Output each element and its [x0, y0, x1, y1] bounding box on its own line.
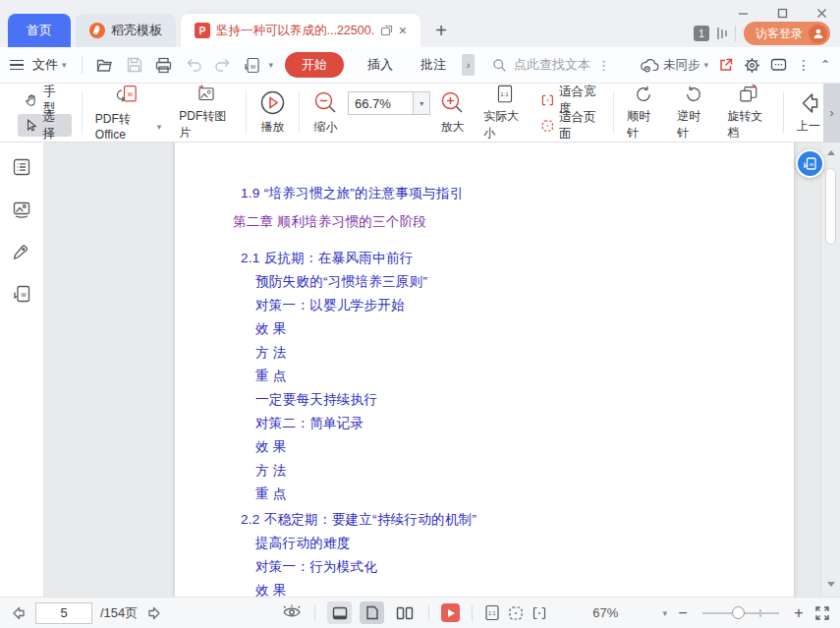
file-menu[interactable]: 文件 ▾ — [28, 52, 72, 78]
pdf-to-image-button[interactable]: PDF转图片 — [170, 84, 242, 142]
fullscreen-icon[interactable] — [814, 605, 830, 621]
task-list-icon[interactable] — [717, 28, 727, 39]
tab-home[interactable]: 首页 — [8, 14, 71, 47]
tab-close-icon[interactable]: × — [399, 23, 407, 38]
zoom-out-button[interactable]: 缩小 — [304, 84, 348, 142]
toc-line[interactable]: 效 果 — [175, 579, 794, 597]
zoom-dropdown-icon[interactable]: ▾ — [413, 92, 429, 114]
maximize-icon[interactable] — [769, 4, 795, 22]
more-options-icon[interactable]: ⋮ — [797, 57, 811, 73]
ribbon-tab-start[interactable]: 开始 — [285, 52, 344, 78]
minimize-icon[interactable] — [730, 4, 756, 22]
sync-status[interactable]: 未同步 ▾ — [641, 57, 708, 74]
page-number-input[interactable] — [35, 602, 92, 624]
scrollbar-thumb[interactable] — [825, 168, 836, 245]
play-button[interactable]: 播放 — [251, 84, 295, 142]
ribbon-expand-button[interactable]: › — [823, 84, 840, 143]
single-page-view-button[interactable] — [360, 601, 384, 624]
svg-text:w: w — [809, 161, 813, 167]
find-text-control[interactable]: 点此查找文本 ⋮ — [492, 56, 610, 74]
convert-float-button[interactable]: w — [796, 149, 824, 178]
open-file-icon[interactable] — [92, 52, 118, 78]
settings-gear-icon[interactable] — [744, 57, 760, 74]
zoom-minus-button[interactable]: − — [675, 604, 691, 622]
close-window-icon[interactable] — [809, 4, 834, 22]
popup-window-icon[interactable] — [380, 25, 393, 37]
export-to-word-icon[interactable]: w — [240, 52, 265, 78]
zoom-value-input[interactable] — [349, 92, 413, 114]
vertical-scrollbar[interactable] — [820, 143, 840, 597]
toc-line[interactable]: 重 点 — [175, 365, 794, 388]
pdf-to-office-button[interactable]: w PDF转Office▾ — [86, 84, 170, 142]
annotation-pen-icon[interactable] — [9, 239, 34, 264]
search-more-icon[interactable]: ⋮ — [597, 58, 610, 73]
zoom-in-button[interactable]: 放大 — [430, 84, 475, 142]
slider-knob[interactable] — [732, 606, 745, 619]
toc-line[interactable]: 对策二：简单记录 — [175, 412, 794, 435]
toc-line[interactable]: 2.1 反抗期：在暴风雨中前行 — [175, 247, 794, 270]
toc-line[interactable]: 预防失败的“习惯培养三原则” — [175, 270, 794, 294]
zoom-plus-button[interactable]: + — [791, 604, 807, 622]
toc-line[interactable]: 1.9 “培养习惯之旅”的注意事项与指引 — [175, 182, 794, 205]
play-triangle-icon — [448, 609, 455, 617]
eye-protect-icon[interactable] — [281, 604, 303, 621]
toc-line[interactable]: 一定要每天持续执行 — [175, 388, 794, 412]
toc-line[interactable]: 重 点 — [175, 483, 794, 506]
feedback-comment-icon[interactable] — [770, 58, 787, 73]
toc-line[interactable]: 效 果 — [175, 317, 794, 341]
rotate-counterclockwise-button[interactable]: 逆时针 — [668, 84, 718, 142]
play-icon — [259, 89, 286, 116]
print-icon[interactable] — [151, 52, 177, 78]
rotate-document-button[interactable]: 旋转文档 — [718, 84, 779, 142]
actual-size-button[interactable]: 1:1 实际大小 — [475, 84, 535, 142]
message-count-badge[interactable]: 1 — [694, 26, 709, 41]
zoom-presets-icon[interactable]: ▾ — [662, 608, 667, 618]
toc-line[interactable]: 对策一：行为模式化 — [175, 555, 794, 579]
export-word-panel-icon[interactable]: w — [9, 281, 34, 307]
guest-login-button[interactable]: 访客登录 — [744, 22, 830, 45]
actual-size-label: 实际大小 — [483, 108, 527, 142]
cloud-unsynced-icon — [641, 58, 659, 73]
fit-width-status-icon[interactable] — [532, 605, 547, 621]
next-page-icon[interactable] — [145, 605, 163, 621]
prev-page-icon[interactable] — [10, 605, 28, 621]
toc-line[interactable]: 方 法 — [175, 341, 794, 365]
actual-size-status-icon[interactable]: 1:1 — [484, 604, 500, 621]
zoom-slider[interactable] — [702, 606, 779, 620]
fit-page-status-icon[interactable] — [508, 605, 524, 621]
toc-line[interactable]: 2.2 不稳定期：要建立“持续行动的机制” — [175, 508, 794, 532]
share-icon[interactable] — [718, 57, 734, 73]
select-tool-button[interactable]: 选择 — [18, 114, 72, 137]
thumbnail-panel-icon[interactable] — [9, 197, 34, 222]
undo-icon[interactable] — [181, 52, 206, 78]
toc-line[interactable]: 提高行动的难度 — [175, 532, 794, 555]
fit-page-icon — [541, 119, 554, 133]
document-viewport[interactable]: 1.9 “培养习惯之旅”的注意事项与指引 第二章 顺利培养习惯的三个阶段 2.1… — [44, 143, 840, 597]
ribbon-tab-comment[interactable]: 批注 — [409, 52, 458, 78]
toc-line[interactable]: 对策一：以婴儿学步开始 — [175, 294, 794, 317]
save-icon[interactable] — [122, 52, 147, 78]
scroll-down-icon[interactable] — [827, 582, 835, 587]
new-tab-button[interactable]: + — [426, 16, 456, 45]
fit-width-button[interactable]: 适合宽度 — [541, 89, 603, 111]
tab-docer[interactable]: 稻壳模板 — [76, 14, 176, 47]
scroll-up-icon[interactable] — [827, 150, 835, 155]
zoom-combobox[interactable]: ▾ — [348, 91, 430, 115]
collapse-ribbon-icon[interactable]: ⌃ — [820, 58, 830, 72]
fit-page-button[interactable]: 适合页面 — [541, 115, 603, 137]
chevron-down-icon[interactable]: ▾ — [269, 60, 274, 70]
toc-line[interactable]: 方 法 — [175, 459, 794, 483]
titlebar: 首页 稻壳模板 P 坚持一种可以养成的...22500.pdf × + 1 — [0, 0, 840, 47]
hamburger-menu-icon[interactable] — [10, 60, 24, 71]
ribbon-tab-insert[interactable]: 插入 — [356, 52, 405, 78]
toc-line[interactable]: 效 果 — [175, 435, 794, 459]
more-tabs-button[interactable]: › — [462, 54, 475, 76]
redo-icon[interactable] — [210, 52, 236, 78]
presentation-play-button[interactable] — [441, 603, 460, 622]
rotate-clockwise-button[interactable]: 顺时针 — [618, 84, 668, 142]
tab-document-active[interactable]: P 坚持一种可以养成的...22500.pdf × — [181, 14, 420, 47]
double-page-view-button[interactable] — [392, 601, 417, 624]
toc-line[interactable]: 第二章 顺利培养习惯的三个阶段 — [175, 210, 794, 234]
reading-mode-button[interactable] — [327, 601, 352, 624]
outline-panel-icon[interactable] — [9, 154, 34, 180]
